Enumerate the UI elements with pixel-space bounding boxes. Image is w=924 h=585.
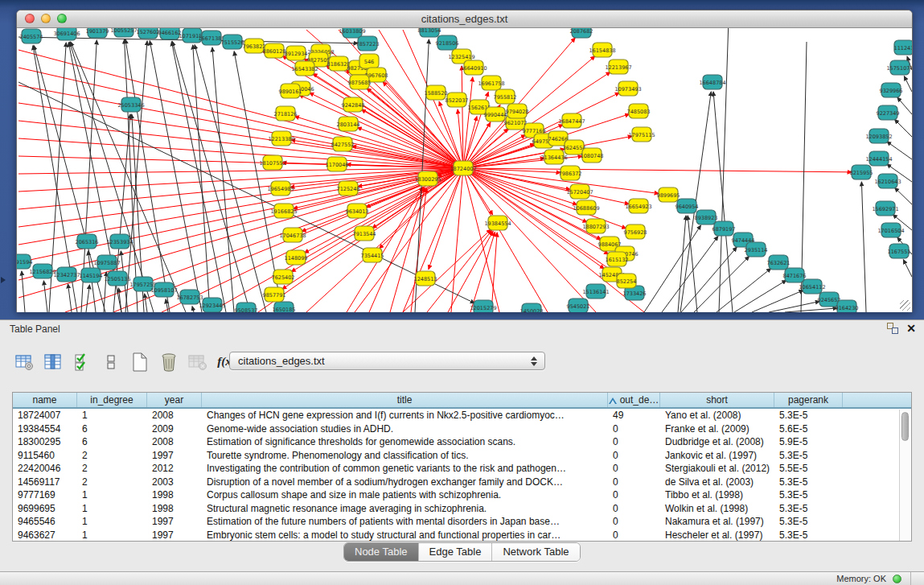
- table-cell[interactable]: 19384554: [13, 422, 77, 436]
- table-cell[interactable]: 0: [608, 476, 660, 489]
- tab-network-table[interactable]: Network Table: [492, 543, 579, 561]
- table-cell[interactable]: Tibbo et al. (1998): [660, 488, 774, 502]
- table-cell[interactable]: 2003: [147, 476, 202, 489]
- delete-column-icon[interactable]: [158, 351, 179, 373]
- table-cell[interactable]: Tourette syndrome. Phenomenology and cla…: [202, 449, 608, 463]
- table-cell[interactable]: 1998: [147, 502, 202, 516]
- table-row[interactable]: 1830029562008Estimation of significance …: [13, 435, 911, 449]
- delete-table-icon[interactable]: [187, 351, 208, 373]
- table-cell[interactable]: 5.9E-5: [774, 435, 843, 449]
- table-row[interactable]: 911546021997Tourette syndrome. Phenomeno…: [13, 449, 911, 463]
- table-cell[interactable]: Structural magnetic resonance image aver…: [202, 502, 608, 516]
- table-cell[interactable]: 9699695: [13, 502, 77, 516]
- table-cell[interactable]: 0: [608, 449, 660, 463]
- column-header-in_degree[interactable]: in_degree: [77, 393, 147, 407]
- table-cell[interactable]: 9115460: [13, 449, 77, 463]
- table-cell[interactable]: 1: [77, 488, 147, 502]
- table-cell[interactable]: 2008: [147, 409, 202, 422]
- table-cell[interactable]: 5.3E-5: [774, 409, 843, 422]
- table-cell[interactable]: Changes of HCN gene expression and I(f) …: [202, 409, 608, 422]
- table-cell[interactable]: Embryonic stem cells: a model to study s…: [202, 529, 608, 542]
- show-columns-icon[interactable]: [42, 351, 64, 373]
- canvas-resize-grip[interactable]: [900, 300, 910, 311]
- table-cell[interactable]: 5.5E-5: [774, 462, 843, 476]
- table-cell[interactable]: 5.3E-5: [774, 515, 843, 529]
- column-header-pagerank[interactable]: pagerank: [774, 393, 843, 407]
- table-cell[interactable]: Jankovic et al. (1997): [660, 449, 774, 463]
- select-rows-icon[interactable]: [71, 351, 92, 373]
- table-cell[interactable]: 18300295: [13, 435, 77, 449]
- table-cell[interactable]: Nakamura et al. (1997): [660, 515, 774, 529]
- table-cell[interactable]: 2008: [147, 435, 202, 449]
- table-cell[interactable]: 0: [608, 435, 660, 449]
- table-cell[interactable]: 9777169: [13, 488, 77, 502]
- row-height-icon[interactable]: [100, 351, 121, 373]
- table-cell[interactable]: Hescheler et al. (1997): [660, 529, 774, 542]
- column-header-year[interactable]: year: [147, 393, 202, 407]
- table-cell[interactable]: 49: [608, 409, 660, 422]
- column-header-name[interactable]: name: [13, 393, 77, 407]
- table-cell[interactable]: 5.3E-5: [774, 449, 843, 463]
- table-cell[interactable]: de Silva et al. (2003): [660, 476, 774, 489]
- column-header-out_de[interactable]: out_de…: [608, 393, 660, 407]
- table-cell[interactable]: 2: [77, 449, 147, 463]
- memory-status-dot[interactable]: [893, 575, 901, 583]
- column-header-title[interactable]: title: [202, 393, 608, 407]
- table-row[interactable]: 1938455462009Genome-wide association stu…: [13, 422, 911, 436]
- panel-splitter-arrow[interactable]: [1, 277, 6, 283]
- table-row[interactable]: 1872400712008Changes of HCN gene express…: [13, 409, 911, 422]
- table-row[interactable]: 946362711997Embryonic stem cells: a mode…: [13, 529, 911, 542]
- citation-graph[interactable]: 2405574306914061901379100552571527602946…: [17, 28, 912, 312]
- table-cell[interactable]: 2: [77, 476, 147, 489]
- table-cell[interactable]: 6: [77, 435, 147, 449]
- table-row[interactable]: 2242004622012Investigating the contribut…: [13, 462, 911, 476]
- table-cell[interactable]: 1: [77, 409, 147, 422]
- table-cell[interactable]: 9465546: [13, 515, 77, 529]
- table-cell[interactable]: 5.3E-5: [774, 476, 843, 489]
- table-cell[interactable]: 1997: [147, 449, 202, 463]
- table-cell[interactable]: 1: [77, 529, 147, 542]
- table-cell[interactable]: Franke et al. (2009): [660, 422, 774, 436]
- table-cell[interactable]: 0: [608, 422, 660, 436]
- table-cell[interactable]: 0: [608, 515, 660, 529]
- table-cell[interactable]: Stergiakouli et al. (2012): [660, 462, 774, 476]
- new-column-icon[interactable]: [129, 351, 150, 373]
- tab-node-table[interactable]: Node Table: [344, 543, 419, 561]
- table-cell[interactable]: 0: [608, 462, 660, 476]
- table-cell[interactable]: Wolkin et al. (1998): [660, 502, 774, 516]
- table-cell[interactable]: 6: [77, 422, 147, 436]
- table-cell[interactable]: 5.6E-5: [774, 422, 843, 436]
- table-cell[interactable]: Disruption of a novel member of a sodium…: [202, 476, 608, 489]
- table-cell[interactable]: Estimation of the future numbers of pati…: [202, 515, 608, 529]
- table-row[interactable]: 946554611997Estimation of the future num…: [13, 515, 911, 529]
- table-cell[interactable]: 18724007: [13, 409, 77, 422]
- table-cell[interactable]: 1997: [147, 529, 202, 542]
- table-cell[interactable]: Yano et al. (2008): [660, 409, 774, 422]
- tab-edge-table[interactable]: Edge Table: [419, 543, 493, 561]
- table-cell[interactable]: Estimation of significance thresholds fo…: [202, 435, 608, 449]
- table-cell[interactable]: 1: [77, 502, 147, 516]
- network-canvas[interactable]: 2405574306914061901379100552571527602946…: [17, 28, 912, 312]
- table-cell[interactable]: Investigating the contribution of common…: [202, 462, 608, 476]
- table-cell[interactable]: 9463627: [13, 529, 77, 542]
- table-vertical-scrollbar[interactable]: [899, 410, 910, 541]
- table-source-dropdown[interactable]: citations_edges.txt: [229, 352, 545, 370]
- table-row[interactable]: 977716911998Corpus callosum shape and si…: [13, 488, 911, 502]
- table-cell[interactable]: Dudbridge et al. (2008): [660, 435, 774, 449]
- table-cell[interactable]: Genome-wide association studies in ADHD.: [202, 422, 608, 436]
- table-row[interactable]: 1456911722003Disruption of a novel membe…: [13, 476, 911, 489]
- table-cell[interactable]: 22420046: [13, 462, 77, 476]
- table-cell[interactable]: 0: [608, 529, 660, 542]
- table-cell[interactable]: 1: [77, 515, 147, 529]
- table-mode-icon[interactable]: [13, 351, 35, 373]
- table-cell[interactable]: 5.3E-5: [774, 488, 843, 502]
- network-window-titlebar[interactable]: citations_edges.txt: [17, 10, 912, 28]
- table-cell[interactable]: Corpus callosum shape and size in male p…: [202, 488, 608, 502]
- table-cell[interactable]: 0: [608, 488, 660, 502]
- table-cell[interactable]: 5.3E-5: [774, 502, 843, 516]
- table-cell[interactable]: 2009: [147, 422, 202, 436]
- close-panel-icon[interactable]: ✕: [906, 323, 916, 334]
- scrollbar-thumb[interactable]: [901, 412, 909, 441]
- table-row[interactable]: 969969511998Structural magnetic resonanc…: [13, 502, 911, 516]
- float-panel-icon[interactable]: [887, 323, 898, 334]
